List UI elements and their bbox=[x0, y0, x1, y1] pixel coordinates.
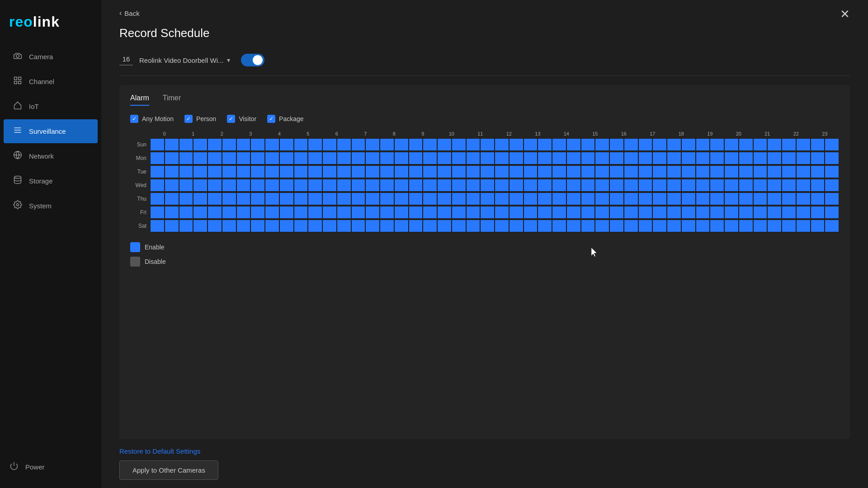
cell-sun-6[interactable] bbox=[236, 138, 251, 151]
cell-mon-39[interactable] bbox=[710, 152, 724, 164]
cell-sat-17[interactable] bbox=[394, 220, 409, 232]
cell-sat-2[interactable] bbox=[179, 220, 193, 232]
checkbox-package[interactable]: ✓ Package bbox=[267, 115, 303, 123]
cell-tue-33[interactable] bbox=[624, 165, 638, 178]
cell-sat-38[interactable] bbox=[696, 220, 710, 232]
cell-wed-12[interactable] bbox=[322, 179, 337, 192]
cell-tue-10[interactable] bbox=[294, 165, 308, 178]
sidebar-item-system[interactable]: System bbox=[4, 194, 98, 218]
cell-thu-14[interactable] bbox=[351, 192, 366, 205]
cell-fri-1[interactable] bbox=[165, 206, 179, 219]
cell-fri-33[interactable] bbox=[624, 206, 638, 219]
cell-sat-39[interactable] bbox=[710, 220, 724, 232]
cell-sun-3[interactable] bbox=[193, 138, 208, 151]
cell-thu-46[interactable] bbox=[811, 192, 825, 205]
cell-thu-29[interactable] bbox=[566, 192, 581, 205]
cell-sun-27[interactable] bbox=[538, 138, 552, 151]
cell-sat-45[interactable] bbox=[796, 220, 811, 232]
cell-tue-24[interactable] bbox=[495, 165, 509, 178]
cell-thu-39[interactable] bbox=[710, 192, 724, 205]
cell-fri-29[interactable] bbox=[566, 206, 581, 219]
cell-tue-42[interactable] bbox=[753, 165, 768, 178]
cell-sat-44[interactable] bbox=[782, 220, 796, 232]
cell-fri-37[interactable] bbox=[681, 206, 696, 219]
cell-tue-37[interactable] bbox=[681, 165, 696, 178]
cell-sat-42[interactable] bbox=[753, 220, 768, 232]
cell-wed-3[interactable] bbox=[193, 179, 208, 192]
cell-wed-29[interactable] bbox=[566, 179, 581, 192]
cell-mon-19[interactable] bbox=[423, 152, 437, 164]
cell-wed-21[interactable] bbox=[452, 179, 466, 192]
cell-mon-36[interactable] bbox=[667, 152, 681, 164]
cell-sat-9[interactable] bbox=[279, 220, 294, 232]
cell-thu-16[interactable] bbox=[380, 192, 394, 205]
cell-thu-41[interactable] bbox=[739, 192, 753, 205]
cell-thu-30[interactable] bbox=[581, 192, 595, 205]
cell-tue-45[interactable] bbox=[796, 165, 811, 178]
cell-tue-6[interactable] bbox=[236, 165, 251, 178]
cell-wed-27[interactable] bbox=[538, 179, 552, 192]
sidebar-item-iot[interactable]: IoT bbox=[4, 94, 98, 118]
cell-wed-1[interactable] bbox=[165, 179, 179, 192]
cell-wed-42[interactable] bbox=[753, 179, 768, 192]
tab-timer[interactable]: Timer bbox=[163, 94, 181, 106]
cell-sun-36[interactable] bbox=[667, 138, 681, 151]
cell-fri-24[interactable] bbox=[495, 206, 509, 219]
cell-sun-37[interactable] bbox=[681, 138, 696, 151]
cell-sun-4[interactable] bbox=[208, 138, 222, 151]
cell-sat-20[interactable] bbox=[437, 220, 452, 232]
cell-wed-41[interactable] bbox=[739, 179, 753, 192]
cell-thu-7[interactable] bbox=[250, 192, 265, 205]
cell-sat-5[interactable] bbox=[222, 220, 236, 232]
cell-sun-31[interactable] bbox=[595, 138, 609, 151]
cell-fri-39[interactable] bbox=[710, 206, 724, 219]
cell-sat-31[interactable] bbox=[595, 220, 609, 232]
cell-fri-28[interactable] bbox=[552, 206, 566, 219]
cell-mon-43[interactable] bbox=[767, 152, 782, 164]
cell-fri-36[interactable] bbox=[667, 206, 681, 219]
cell-mon-38[interactable] bbox=[696, 152, 710, 164]
cell-fri-47[interactable] bbox=[825, 206, 839, 219]
cell-sat-6[interactable] bbox=[236, 220, 251, 232]
cell-mon-6[interactable] bbox=[236, 152, 251, 164]
cell-sun-35[interactable] bbox=[652, 138, 667, 151]
cell-mon-40[interactable] bbox=[724, 152, 739, 164]
restore-defaults-button[interactable]: Restore to Default Settings bbox=[119, 447, 850, 455]
cell-mon-1[interactable] bbox=[165, 152, 179, 164]
cell-fri-4[interactable] bbox=[208, 206, 222, 219]
sidebar-item-storage[interactable]: Storage bbox=[4, 169, 98, 193]
cell-tue-19[interactable] bbox=[423, 165, 437, 178]
cell-mon-46[interactable] bbox=[811, 152, 825, 164]
cell-wed-40[interactable] bbox=[724, 179, 739, 192]
cell-tue-30[interactable] bbox=[581, 165, 595, 178]
cell-thu-17[interactable] bbox=[394, 192, 409, 205]
cell-thu-26[interactable] bbox=[524, 192, 538, 205]
cell-sat-30[interactable] bbox=[581, 220, 595, 232]
cell-thu-2[interactable] bbox=[179, 192, 193, 205]
cell-tue-43[interactable] bbox=[767, 165, 782, 178]
cell-mon-42[interactable] bbox=[753, 152, 768, 164]
cell-tue-29[interactable] bbox=[566, 165, 581, 178]
cell-sun-1[interactable] bbox=[165, 138, 179, 151]
cell-fri-38[interactable] bbox=[696, 206, 710, 219]
cell-sat-3[interactable] bbox=[193, 220, 208, 232]
cell-fri-43[interactable] bbox=[767, 206, 782, 219]
cell-sun-44[interactable] bbox=[782, 138, 796, 151]
cell-mon-12[interactable] bbox=[322, 152, 337, 164]
cell-mon-24[interactable] bbox=[495, 152, 509, 164]
cell-sat-23[interactable] bbox=[480, 220, 495, 232]
cell-wed-0[interactable] bbox=[150, 179, 165, 192]
cell-tue-14[interactable] bbox=[351, 165, 366, 178]
cell-fri-23[interactable] bbox=[480, 206, 495, 219]
cell-sun-13[interactable] bbox=[337, 138, 351, 151]
cell-fri-25[interactable] bbox=[509, 206, 524, 219]
cell-wed-16[interactable] bbox=[380, 179, 394, 192]
cell-mon-35[interactable] bbox=[652, 152, 667, 164]
cell-mon-32[interactable] bbox=[609, 152, 624, 164]
cell-mon-47[interactable] bbox=[825, 152, 839, 164]
cell-wed-22[interactable] bbox=[466, 179, 481, 192]
cell-sun-15[interactable] bbox=[365, 138, 380, 151]
cell-tue-17[interactable] bbox=[394, 165, 409, 178]
cell-sat-47[interactable] bbox=[825, 220, 839, 232]
cell-sat-16[interactable] bbox=[380, 220, 394, 232]
